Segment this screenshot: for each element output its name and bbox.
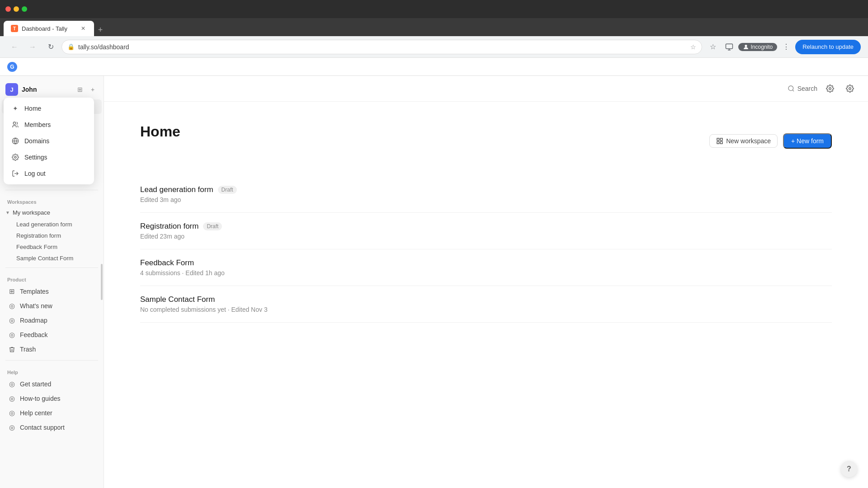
more-settings-button[interactable]: [843, 81, 857, 96]
sidebar-item-get-started[interactable]: ◎ Get started: [2, 377, 102, 391]
title-bar: [0, 0, 868, 18]
help-button[interactable]: ?: [841, 461, 857, 477]
dropdown-item-home[interactable]: ✦ Home: [6, 100, 91, 117]
window-minimize-button[interactable]: [14, 6, 19, 12]
dropdown-logout-icon: [11, 169, 20, 178]
dropdown-domains-label: Domains: [24, 137, 49, 145]
form-list: Lead generation form Draft Edited 3m ago…: [140, 176, 832, 323]
svg-point-15: [788, 86, 793, 91]
dropdown-item-members[interactable]: Members: [6, 117, 91, 133]
window-close-button[interactable]: [5, 6, 11, 12]
help-center-icon: ◎: [7, 408, 16, 418]
sidebar: J John ⊞ + ✦ Home Members: [0, 76, 104, 488]
sidebar-form-item-lead-gen[interactable]: Lead generation form: [2, 219, 102, 230]
roadmap-icon: ◎: [7, 316, 16, 325]
profile-button[interactable]: [722, 40, 736, 54]
form-item-registration[interactable]: Registration form Draft Edited 23m ago: [140, 213, 832, 249]
sidebar-item-trash-label: Trash: [20, 346, 36, 353]
sidebar-item-whats-new[interactable]: ◎ What's new: [2, 299, 102, 313]
sidebar-icon-btn-2[interactable]: +: [87, 84, 98, 95]
form-item-contact[interactable]: Sample Contact Form No completed submiss…: [140, 286, 832, 323]
form-meta: Edited 23m ago: [140, 233, 832, 240]
dropdown-item-domains[interactable]: Domains: [6, 133, 91, 149]
sidebar-header[interactable]: J John ⊞ +: [0, 80, 104, 99]
sidebar-divider-1: [5, 190, 98, 190]
svg-point-7: [14, 156, 16, 158]
search-trigger[interactable]: Search: [788, 85, 817, 92]
back-button[interactable]: ←: [7, 40, 22, 54]
svg-rect-19: [717, 138, 719, 141]
relaunch-button[interactable]: Relaunch to update: [795, 40, 861, 54]
dropdown-item-settings[interactable]: Settings: [6, 149, 91, 165]
form-name: Registration form: [140, 222, 198, 231]
workspaces-section-title: Workspaces: [0, 194, 104, 206]
main-area: Search Home New workspace: [104, 76, 868, 488]
sidebar-form-item-contact[interactable]: Sample Contact Form: [2, 253, 102, 264]
sidebar-item-templates-label: Templates: [20, 288, 49, 295]
reload-button[interactable]: ↻: [43, 40, 58, 54]
new-workspace-button[interactable]: New workspace: [709, 134, 778, 148]
forward-button[interactable]: →: [25, 40, 40, 54]
help-section-title: Help: [0, 364, 104, 377]
tab-favicon: T: [11, 25, 18, 32]
sidebar-item-contact-support[interactable]: ◎ Contact support: [2, 420, 102, 435]
svg-point-17: [829, 88, 831, 90]
new-tab-button[interactable]: +: [94, 23, 107, 36]
window-maximize-button[interactable]: [22, 6, 27, 12]
sidebar-scrollbar[interactable]: [101, 264, 103, 300]
workspace-collapse-toggle[interactable]: ▼ My workspace: [0, 206, 104, 219]
sidebar-item-help-center-label: Help center: [20, 409, 52, 417]
google-bar: G: [0, 58, 868, 76]
sidebar-item-how-to-guides[interactable]: ◎ How-to guides: [2, 391, 102, 406]
form-meta: 4 submissions · Edited 1h ago: [140, 269, 832, 277]
my-workspace-label: My workspace: [13, 209, 50, 216]
sidebar-item-templates[interactable]: ⊞ Templates: [2, 284, 102, 299]
svg-rect-0: [726, 44, 732, 49]
active-tab[interactable]: T Dashboard - Tally ✕: [4, 21, 94, 36]
search-label: Search: [797, 85, 817, 92]
google-icon: G: [7, 62, 17, 72]
sidebar-item-roadmap[interactable]: ◎ Roadmap: [2, 313, 102, 328]
svg-rect-21: [717, 141, 719, 144]
dropdown-item-logout[interactable]: Log out: [6, 165, 91, 182]
dropdown-members-icon: [11, 120, 20, 129]
sidebar-header-icons: ⊞ +: [75, 84, 98, 95]
dropdown-menu: ✦ Home Members Domains: [4, 98, 94, 184]
main-content: Home New workspace + New form: [104, 102, 868, 488]
sidebar-form-item-registration[interactable]: Registration form: [2, 230, 102, 241]
form-item-lead-gen[interactable]: Lead generation form Draft Edited 3m ago: [140, 176, 832, 213]
address-bar[interactable]: 🔒 tally.so/dashboard ☆: [61, 40, 702, 54]
sidebar-divider-2: [5, 267, 98, 268]
dropdown-members-label: Members: [24, 121, 51, 128]
sidebar-item-help-center[interactable]: ◎ Help center: [2, 406, 102, 420]
settings-gear-button[interactable]: [823, 81, 837, 96]
dropdown-logout-label: Log out: [24, 170, 46, 177]
sidebar-item-feedback[interactable]: ◎ Feedback: [2, 328, 102, 342]
svg-rect-22: [721, 141, 723, 144]
new-workspace-label: New workspace: [726, 137, 771, 145]
form-meta: Edited 3m ago: [140, 196, 832, 203]
svg-line-16: [793, 90, 794, 91]
sidebar-item-get-started-label: Get started: [20, 380, 51, 388]
form-item-feedback[interactable]: Feedback Form 4 submissions · Edited 1h …: [140, 249, 832, 286]
new-form-button[interactable]: + New form: [783, 133, 832, 149]
form-item-header: Feedback Form: [140, 258, 832, 267]
new-form-label: + New form: [791, 137, 824, 145]
bookmark-icon[interactable]: ☆: [690, 43, 696, 51]
bookmark-button[interactable]: ☆: [706, 40, 720, 54]
browser-frame: T Dashboard - Tally ✕ + ← → ↻ 🔒 tally.so…: [0, 0, 868, 488]
sidebar-form-item-feedback[interactable]: Feedback Form: [2, 241, 102, 253]
tab-close-button[interactable]: ✕: [80, 25, 87, 32]
form-item-header: Lead generation form Draft: [140, 185, 832, 194]
sidebar-icon-btn-1[interactable]: ⊞: [75, 84, 85, 95]
app-container: J John ⊞ + ✦ Home Members: [0, 76, 868, 488]
extensions-button[interactable]: ⋮: [779, 40, 793, 54]
tab-title: Dashboard - Tally: [22, 25, 67, 32]
feedback-icon: ◎: [7, 330, 16, 339]
sidebar-item-trash[interactable]: Trash: [2, 342, 102, 357]
sidebar-item-whats-new-label: What's new: [20, 302, 52, 310]
contact-support-icon: ◎: [7, 423, 16, 432]
whats-new-icon: ◎: [7, 301, 16, 310]
templates-icon: ⊞: [7, 287, 16, 296]
dropdown-home-label: Home: [24, 105, 41, 112]
